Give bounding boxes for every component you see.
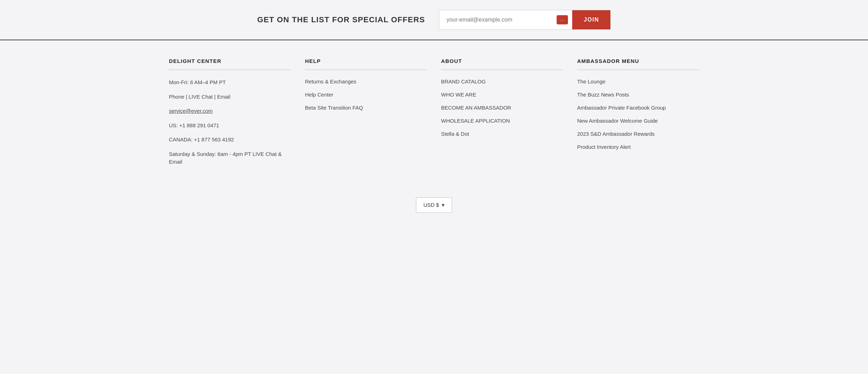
email-line: service@ever.com <box>169 107 291 115</box>
newsletter-bar: GET ON THE LIST FOR SPECIAL OFFERS ··· J… <box>0 0 868 40</box>
canada-phone: CANADA: +1 877 563 4192 <box>169 136 291 144</box>
who-we-are-link[interactable]: WHO WE ARE <box>441 92 563 98</box>
help-center-link[interactable]: Help Center <box>305 92 427 98</box>
weekend-hours: Saturday & Sunday: 6am - 4pm PT LIVE Cha… <box>169 150 291 166</box>
footer: DELIGHT CENTER Mon-Fri: 6 AM–4 PM PT Pho… <box>0 40 868 187</box>
ambassador-facebook-link[interactable]: Ambassador Private Facebook Group <box>577 105 699 111</box>
brand-catalog-link[interactable]: BRAND CATALOG <box>441 78 563 84</box>
help-title: HELP <box>305 58 427 70</box>
newsletter-form: ··· JOIN <box>439 10 611 30</box>
ambassador-rewards-link[interactable]: 2023 S&D Ambassador Rewards <box>577 131 699 137</box>
email-link[interactable]: service@ever.com <box>169 108 213 114</box>
newsletter-icon-wrapper: ··· <box>552 15 572 24</box>
join-button[interactable]: JOIN <box>572 10 610 29</box>
currency-label: USD $ <box>423 202 439 208</box>
footer-bottom: USD $ ▾ <box>0 187 868 220</box>
buzz-news-posts-link[interactable]: The Buzz News Posts <box>577 92 699 98</box>
footer-columns: DELIGHT CENTER Mon-Fri: 6 AM–4 PM PT Pho… <box>169 58 699 173</box>
us-phone: US: +1 888 291 0471 <box>169 122 291 130</box>
currency-selector-button[interactable]: USD $ ▾ <box>416 197 452 213</box>
welcome-guide-link[interactable]: New Ambassador Welcome Guide <box>577 118 699 124</box>
email-input[interactable] <box>439 12 552 28</box>
newsletter-title: GET ON THE LIST FOR SPECIAL OFFERS <box>257 15 425 24</box>
contact-channels: Phone | LIVE Chat | Email <box>169 93 291 101</box>
footer-col-ambassador: AMBASSADOR MENU The Lounge The Buzz News… <box>577 58 699 173</box>
message-icon: ··· <box>557 15 568 24</box>
stella-dot-link[interactable]: Stella & Dot <box>441 131 563 137</box>
footer-col-about: ABOUT BRAND CATALOG WHO WE ARE BECOME AN… <box>441 58 577 173</box>
ambassador-menu-title: AMBASSADOR MENU <box>577 58 699 70</box>
about-title: ABOUT <box>441 58 563 70</box>
beta-site-faq-link[interactable]: Beta Site Transition FAQ <box>305 105 427 111</box>
hours-text: Mon-Fri: 6 AM–4 PM PT <box>169 78 291 87</box>
become-ambassador-link[interactable]: BECOME AN AMBASSADOR <box>441 105 563 111</box>
the-lounge-link[interactable]: The Lounge <box>577 78 699 84</box>
chevron-down-icon: ▾ <box>442 202 445 208</box>
footer-col-help: HELP Returns & Exchanges Help Center Bet… <box>305 58 441 173</box>
footer-col-delight-center: DELIGHT CENTER Mon-Fri: 6 AM–4 PM PT Pho… <box>169 58 305 173</box>
wholesale-application-link[interactable]: WHOLESALE APPLICATION <box>441 118 563 124</box>
returns-exchanges-link[interactable]: Returns & Exchanges <box>305 78 427 84</box>
delight-center-title: DELIGHT CENTER <box>169 58 291 70</box>
product-inventory-alert-link[interactable]: Product Inventory Alert <box>577 144 699 150</box>
